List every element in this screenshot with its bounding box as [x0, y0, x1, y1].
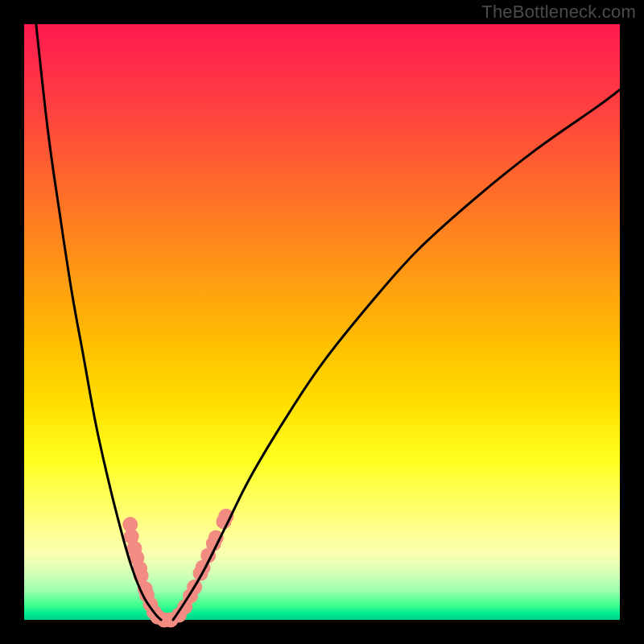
- curve-left-curve: [36, 24, 161, 620]
- marker-layer: [122, 509, 233, 628]
- curve-right-curve: [173, 89, 620, 620]
- chart-svg: [24, 24, 620, 620]
- plot-area: [24, 24, 620, 620]
- watermark-text: TheBottleneck.com: [481, 2, 636, 23]
- curve-layer: [36, 24, 620, 620]
- chart-frame: TheBottleneck.com: [0, 0, 644, 644]
